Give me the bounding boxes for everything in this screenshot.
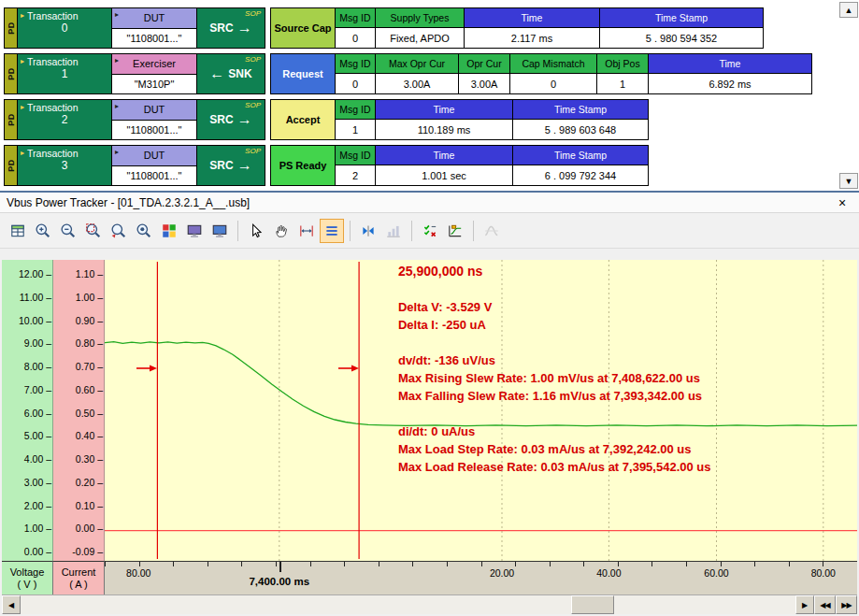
direction-arrow-icon: → xyxy=(237,112,252,127)
endpoint-cell[interactable]: ▸DUT"1108001..." xyxy=(111,7,197,49)
field-value: 3.00A xyxy=(376,74,458,93)
pd-protocol-tab: PD xyxy=(4,99,18,140)
cursor-arrow-icon xyxy=(351,365,359,372)
field-cell: Time Stamp5 . 989 603 648 xyxy=(512,99,649,140)
axis-tick xyxy=(105,562,106,566)
expand-triangle-icon: ▸ xyxy=(115,103,119,110)
field-value: 6 . 099 792 344 xyxy=(513,165,648,185)
slew-flags-icon[interactable] xyxy=(443,219,467,243)
sop-label: SOP xyxy=(245,55,261,64)
message-type-cell[interactable]: Source Cap xyxy=(270,7,336,49)
zoom-region-icon[interactable] xyxy=(81,219,106,243)
zoom-in-icon[interactable] xyxy=(31,219,55,243)
endpoint-cell[interactable]: ▸Exerciser"M310P" xyxy=(111,53,197,94)
voltage-tick-label: 8.00 – xyxy=(24,361,51,372)
annotation-line xyxy=(398,334,711,351)
voltage-tick-label: 4.00 – xyxy=(24,453,51,465)
voltage-tick-label: 7.00 – xyxy=(24,384,51,395)
jump-left-button[interactable]: ◀◀ xyxy=(814,595,836,614)
chart-scrollbar-thumb[interactable] xyxy=(571,595,614,614)
field-cell: Msg ID0 xyxy=(335,7,376,49)
current-tick-label: 0.20 – xyxy=(76,477,103,488)
transaction-cell[interactable]: ▸Transaction3 xyxy=(17,145,112,186)
transaction-row[interactable]: PD▸Transaction1▸Exerciser"M310P"SOP←SNKR… xyxy=(4,53,812,94)
chart-scrollbar-track[interactable] xyxy=(21,595,795,614)
screenshot-icon[interactable] xyxy=(182,219,207,243)
pan-tool-icon[interactable] xyxy=(269,219,293,243)
scroll-down-button[interactable]: ▼ xyxy=(839,173,858,189)
sop-label: SOP xyxy=(245,101,261,109)
current-tick-label: 0.30 – xyxy=(76,453,103,465)
scroll-right-button[interactable]: ▶ xyxy=(795,595,814,614)
annotation-line: Delta I: -250 uA xyxy=(398,316,711,334)
field-header: Msg ID xyxy=(336,100,375,120)
axis-tick xyxy=(276,562,277,566)
direction-arrow-icon: → xyxy=(237,158,252,173)
field-cell: Msg ID2 xyxy=(335,145,376,186)
current-axis-title: Current xyxy=(62,566,96,579)
voltage-tick-label: 2.00 – xyxy=(24,500,51,511)
zoom-reset-icon[interactable] xyxy=(132,219,156,243)
close-button[interactable]: × xyxy=(832,195,852,210)
annotation-line xyxy=(398,405,711,423)
sync-cursors-icon[interactable] xyxy=(356,219,380,243)
zoom-out-icon[interactable] xyxy=(56,219,80,243)
select-tool-icon[interactable] xyxy=(244,219,268,243)
transaction-number: 1 xyxy=(18,67,111,93)
transaction-row[interactable]: PD▸Transaction2▸DUT"1108001..."SOPSRC→Ac… xyxy=(4,99,649,140)
expand-triangle-icon: ▸ xyxy=(115,149,119,156)
transaction-number: 0 xyxy=(18,21,111,48)
transaction-cell[interactable]: ▸Transaction1 xyxy=(17,53,112,94)
field-header: Time xyxy=(376,100,512,120)
endpoint-cell[interactable]: ▸DUT"1108001..." xyxy=(111,145,197,186)
window-title: Vbus Power Tracker - [01_TDA.2.3.2.1_A__… xyxy=(7,196,832,209)
current-tick-label: -0.09 – xyxy=(72,546,103,557)
transaction-label: Transaction xyxy=(27,56,78,67)
endpoint-cell[interactable]: ▸DUT"1108001..." xyxy=(111,99,197,140)
power-wave-icon xyxy=(480,219,504,243)
chart-area: 12.00 –11.00 –10.00 –9.00 –8.00 –7.00 –6… xyxy=(2,260,857,616)
transaction-cell[interactable]: ▸Transaction2 xyxy=(17,99,112,140)
message-type-cell[interactable]: PS Ready xyxy=(270,145,336,186)
annotation-line: di/dt: 0 uA/us xyxy=(398,423,711,440)
voltage-tick-label: 5.00 – xyxy=(24,430,51,441)
axis-tick-label: 40.00 xyxy=(596,567,621,579)
monitor-icon[interactable] xyxy=(208,219,232,243)
field-cell: Time1.001 sec xyxy=(375,145,513,186)
plot-area[interactable]: 25,900,000 ns Delta V: -3.529 VDelta I: … xyxy=(105,260,857,561)
histogram-icon xyxy=(381,219,406,243)
direction-cell: SOPSRC→ xyxy=(196,7,265,49)
color-map-icon[interactable] xyxy=(157,219,181,243)
cursor-measure-icon[interactable] xyxy=(294,219,319,243)
scroll-left-button[interactable]: ◀ xyxy=(2,595,21,614)
message-type-cell[interactable]: Request xyxy=(270,53,336,94)
message-type-cell[interactable]: Accept xyxy=(270,99,336,140)
field-header: Msg ID xyxy=(336,54,375,74)
transactions-scrollbar[interactable]: ▲ ▼ xyxy=(839,2,858,189)
voltage-tick-label: 12.00 – xyxy=(19,268,51,279)
transaction-cell[interactable]: ▸Transaction0 xyxy=(17,7,112,49)
time-axis: 80.007,400.00 ms20.0040.0060.0080.00 xyxy=(105,561,857,595)
zoom-undo-icon[interactable] xyxy=(107,219,131,243)
voltage-tick-label: 9.00 – xyxy=(24,337,51,349)
save-report-icon[interactable] xyxy=(6,219,30,243)
field-value: 5 . 989 603 648 xyxy=(513,120,648,139)
measurement-annotations: 25,900,000 ns Delta V: -3.529 VDelta I: … xyxy=(398,263,711,476)
voltage-tick-label: 6.00 – xyxy=(24,408,51,419)
direction-label: SRC xyxy=(209,21,233,35)
expand-triangle-icon: ▸ xyxy=(21,12,24,20)
field-header: Time xyxy=(465,8,599,28)
endpoint-header: ▸DUT xyxy=(112,8,196,29)
current-tick-label: 0.60 – xyxy=(76,384,103,395)
transactions-scrollbar-track[interactable] xyxy=(839,18,858,173)
pass-fail-icon[interactable] xyxy=(418,219,442,243)
jump-right-button[interactable]: ▶▶ xyxy=(836,595,857,614)
chart-scrollbar[interactable]: ◀ ▶ ◀◀ ▶▶ xyxy=(2,595,857,614)
axis-tick-label: 80.00 xyxy=(811,567,836,579)
axis-tick xyxy=(686,562,687,566)
transaction-row[interactable]: PD▸Transaction0▸DUT"1108001..."SOPSRC→So… xyxy=(4,7,764,49)
transaction-row[interactable]: PD▸Transaction3▸DUT"1108001..."SOPSRC→PS… xyxy=(4,145,649,186)
scroll-up-button[interactable]: ▲ xyxy=(839,2,858,18)
toolbar-separator xyxy=(350,221,351,241)
annotations-list-icon[interactable] xyxy=(320,219,344,243)
